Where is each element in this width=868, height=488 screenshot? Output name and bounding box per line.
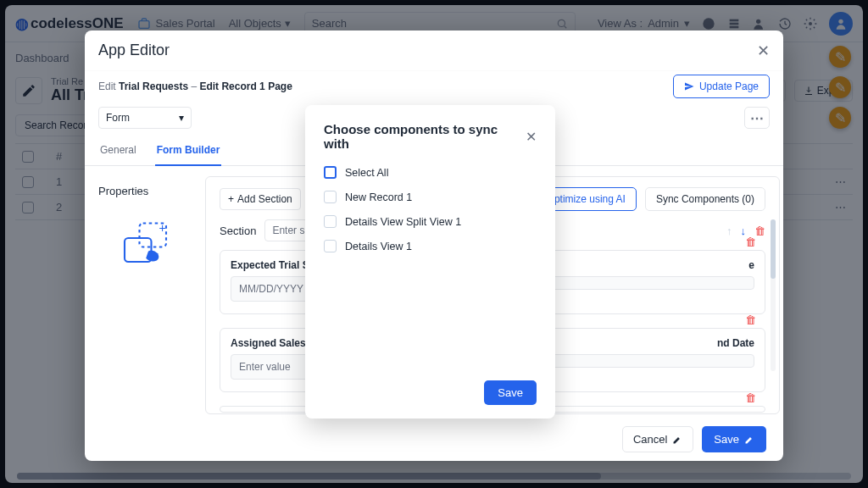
update-page-button[interactable]: Update Page — [673, 75, 770, 98]
cancel-button[interactable]: Cancel — [622, 426, 693, 452]
sync-components-button[interactable]: Sync Components (0) — [645, 187, 765, 211]
close-icon[interactable]: ✕ — [757, 42, 770, 60]
drag-illustration: + — [98, 214, 198, 274]
sync-select-all[interactable]: Select All — [324, 166, 537, 179]
checkbox[interactable] — [324, 240, 337, 252]
tab-general[interactable]: General — [98, 137, 138, 165]
svg-text:+: + — [159, 221, 166, 235]
section-label: Section — [220, 225, 256, 237]
add-section-button[interactable]: + Add Section — [220, 188, 301, 210]
sync-save-button[interactable]: Save — [484, 380, 537, 405]
delete-field-icon[interactable]: 🗑 — [745, 236, 756, 248]
vertical-scrollbar[interactable] — [771, 219, 776, 371]
sync-modal-title: Choose components to sync with — [324, 122, 526, 151]
pencil-icon — [744, 435, 754, 445]
more-actions[interactable]: ⋯ — [744, 107, 770, 129]
close-icon[interactable]: ✕ — [526, 129, 537, 145]
modal-title: App Editor — [98, 42, 170, 59]
sync-option[interactable]: Details View 1 — [324, 240, 537, 252]
pencil-icon — [672, 435, 682, 445]
sync-option[interactable]: New Record 1 — [324, 191, 537, 203]
sync-components-modal: Choose components to sync with ✕ Select … — [305, 105, 555, 419]
delete-field-icon[interactable]: 🗑 — [745, 391, 756, 404]
save-button[interactable]: Save — [702, 426, 766, 452]
checkbox[interactable] — [324, 166, 337, 179]
editor-breadcrumb: Edit Trial Requests – Edit Record 1 Page — [98, 80, 292, 92]
caret-down-icon: ▾ — [179, 112, 184, 124]
checkbox[interactable] — [324, 191, 337, 203]
tab-form-builder[interactable]: Form Builder — [155, 137, 222, 166]
sync-option[interactable]: Details View Split View 1 — [324, 215, 537, 228]
delete-field-icon[interactable]: 🗑 — [745, 313, 756, 326]
plus-icon: + — [228, 193, 234, 205]
move-up-icon[interactable]: ↑ — [726, 225, 732, 237]
form-type-select[interactable]: Form ▾ — [98, 107, 192, 129]
checkbox[interactable] — [324, 215, 337, 228]
properties-heading: Properties — [98, 185, 198, 197]
send-icon — [684, 81, 694, 92]
